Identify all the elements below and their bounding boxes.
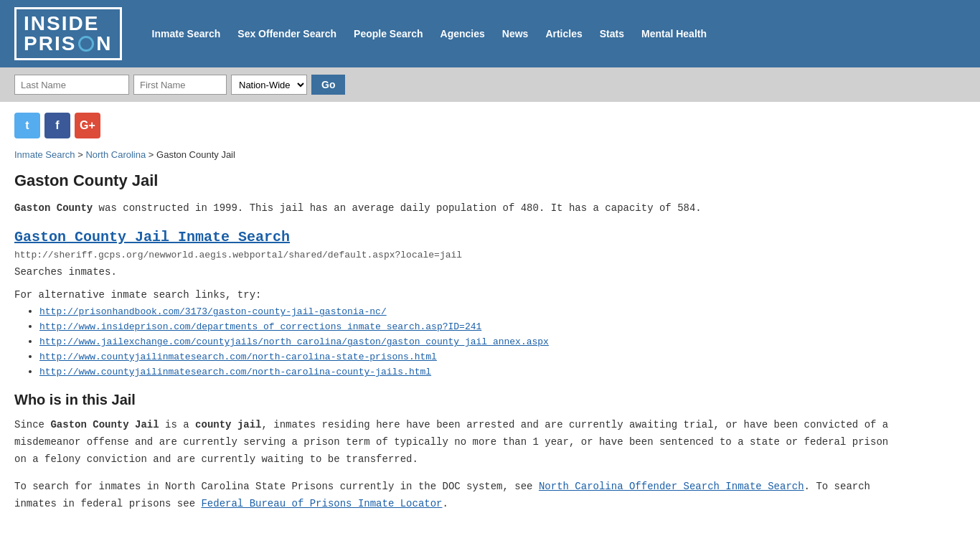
main-nav: Inmate Search Sex Offender Search People… (143, 24, 715, 43)
facebook-share-button[interactable]: f (44, 113, 70, 138)
nav-sex-offender-search[interactable]: Sex Offender Search (229, 24, 345, 43)
alt-link-4[interactable]: http://www.countyjailinmatesearch.com/no… (39, 352, 437, 362)
inmate-search-link[interactable]: Gaston County Jail Inmate Search (14, 229, 904, 245)
to-search-text-3: . (443, 498, 448, 509)
google-plus-icon: G+ (80, 119, 95, 132)
logo-prison-text: PRISN (24, 34, 113, 54)
nav-agencies[interactable]: Agencies (432, 24, 494, 43)
breadcrumb-current: Gaston County Jail (156, 149, 235, 160)
jail-description-rest: was constructed in 1999. This jail has a… (93, 202, 702, 214)
site-header: INSIDE PRISN Inmate Search Sex Offender … (0, 0, 980, 67)
breadcrumb-separator-1: > (77, 149, 85, 160)
nav-people-search[interactable]: People Search (345, 24, 432, 43)
logo-inside-text: INSIDE (24, 14, 113, 34)
who-text-2: is a (159, 419, 195, 430)
breadcrumb: Inmate Search > North Carolina > Gaston … (14, 149, 904, 160)
nav-stats[interactable]: Stats (591, 24, 633, 43)
breadcrumb-north-carolina[interactable]: North Carolina (85, 149, 146, 160)
nav-inmate-search[interactable]: Inmate Search (143, 24, 230, 43)
list-item: http://prisonhandbook.com/3173/gaston-co… (39, 305, 904, 317)
inmate-search-url: http://sheriff.gcps.org/newworld.aegis.w… (14, 250, 904, 260)
nc-offender-search-link[interactable]: North Carolina Offender Search Inmate Se… (539, 481, 804, 492)
google-plus-share-button[interactable]: G+ (75, 113, 100, 138)
social-bar: t f G+ (0, 102, 980, 146)
to-search-body: To search for inmates in North Carolina … (14, 479, 904, 513)
list-item: http://www.jailexchange.com/countyjails/… (39, 335, 904, 347)
breadcrumb-inmate-search[interactable]: Inmate Search (14, 149, 75, 160)
facebook-icon: f (55, 119, 59, 132)
logo-o-icon (78, 36, 94, 52)
alt-links-intro: For alternative inmate search links, try… (14, 289, 904, 301)
twitter-share-button[interactable]: t (14, 113, 40, 138)
who-jail-bold: Gaston County Jail (50, 419, 159, 430)
list-item: http://www.insideprison.com/departments_… (39, 320, 904, 332)
alt-links-list: http://prisonhandbook.com/3173/gaston-co… (39, 305, 904, 377)
location-dropdown[interactable]: Nation-Wide (231, 75, 307, 95)
twitter-icon: t (25, 119, 29, 132)
searches-text: Searches inmates. (14, 266, 904, 278)
federal-prisons-link[interactable]: Federal Bureau of Prisons Inmate Locator (201, 498, 442, 509)
breadcrumb-separator-2: > (149, 149, 156, 160)
last-name-input[interactable] (14, 75, 129, 95)
jail-description: Gaston County was constructed in 1999. T… (14, 200, 904, 216)
go-button[interactable]: Go (311, 75, 345, 95)
to-search-text-1: To search for inmates in North Carolina … (14, 481, 539, 492)
site-logo[interactable]: INSIDE PRISN (14, 7, 122, 60)
who-section-title: Who is in this Jail (14, 392, 904, 408)
who-text-1: Since (14, 419, 50, 430)
alt-link-5[interactable]: http://www.countyjailinmatesearch.com/no… (39, 367, 431, 377)
alt-link-2[interactable]: http://www.insideprison.com/departments_… (39, 321, 481, 332)
main-content: Inmate Search > North Carolina > Gaston … (0, 146, 918, 544)
first-name-input[interactable] (133, 75, 227, 95)
page-title: Gaston County Jail (14, 171, 904, 190)
nav-mental-health[interactable]: Mental Health (633, 24, 715, 43)
search-bar: Nation-Wide Go (0, 67, 980, 102)
jail-name-bold: Gaston County (14, 202, 93, 214)
list-item: http://www.countyjailinmatesearch.com/no… (39, 365, 904, 377)
nav-articles[interactable]: Articles (537, 24, 590, 43)
alt-link-3[interactable]: http://www.jailexchange.com/countyjails/… (39, 336, 549, 347)
alt-link-1[interactable]: http://prisonhandbook.com/3173/gaston-co… (39, 306, 387, 317)
nav-news[interactable]: News (494, 24, 537, 43)
who-county-jail-bold: county jail (195, 419, 261, 430)
who-section-body: Since Gaston County Jail is a county jai… (14, 417, 904, 468)
list-item: http://www.countyjailinmatesearch.com/no… (39, 350, 904, 362)
